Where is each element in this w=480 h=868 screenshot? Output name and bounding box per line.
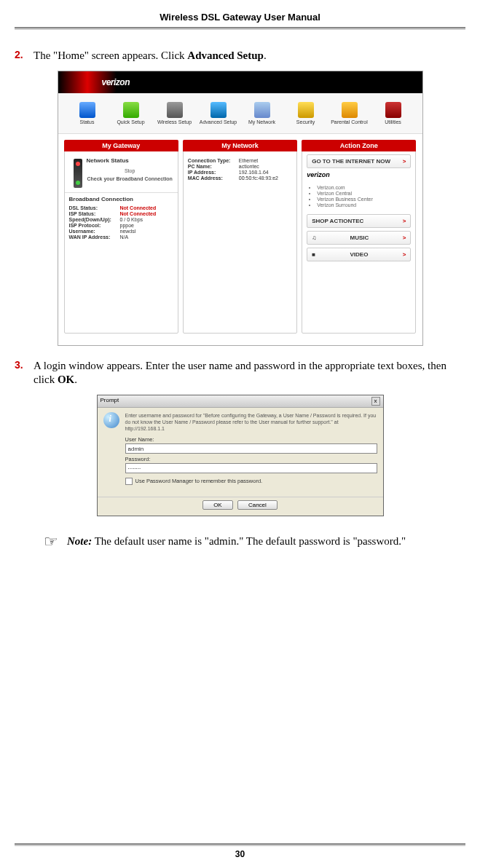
- kv-speed: Speed(Down/Up):0 / 0 Kbps: [69, 217, 173, 222]
- link-business[interactable]: Verizon Business Center: [317, 197, 408, 202]
- nav-label-adv: Advanced Setup: [198, 119, 238, 125]
- kv-v: pppoe: [120, 223, 134, 228]
- kv-k: Username:: [69, 229, 120, 234]
- prompt-title-text: Prompt: [101, 397, 119, 406]
- kv-dsl-status: DSL Status:Not Connected: [69, 205, 173, 210]
- password-label: Password:: [125, 456, 377, 462]
- username-label: User Name:: [125, 436, 377, 443]
- step-3-number: 3.: [15, 359, 34, 387]
- network-status-title: Network Status: [69, 157, 173, 164]
- link-surround[interactable]: Verizon Surround: [317, 202, 408, 208]
- nav-label-util: Utilities: [373, 119, 413, 125]
- step-3: 3. A login window appears. Enter the use…: [15, 359, 465, 387]
- nav-quick-setup[interactable]: Quick Setup: [111, 102, 151, 125]
- info-icon: [103, 412, 119, 428]
- step-2: 2. The "Home" screen appears. Click Adva…: [15, 49, 465, 63]
- utilities-icon: [385, 102, 401, 118]
- step-2-text-b: .: [264, 50, 267, 61]
- wireless-icon: [167, 102, 183, 118]
- video-button[interactable]: ■ VIDEO>: [307, 248, 411, 261]
- kv-k: WAN IP Address:: [69, 234, 120, 240]
- traffic-light-icon: [74, 159, 82, 188]
- parental-icon: [342, 102, 358, 118]
- remember-checkbox[interactable]: [125, 478, 133, 485]
- step-2-text-a: The "Home" screen appears. Click: [34, 50, 187, 61]
- ok-button[interactable]: OK: [202, 500, 233, 510]
- prompt-titlebar: Prompt x: [98, 395, 383, 408]
- col-action-zone: Action Zone GO TO THE INTERNET NOW> veri…: [302, 140, 416, 334]
- arrow-icon: >: [403, 251, 406, 258]
- prompt-message: Enter username and password for "Before …: [125, 412, 377, 432]
- kv-k: IP Address:: [188, 170, 239, 175]
- kv-k: MAC Address:: [188, 175, 239, 181]
- video-label: VIDEO: [350, 251, 368, 258]
- kv-protocol: ISP Protocol:pppoe: [69, 223, 173, 228]
- quick-setup-icon: [123, 102, 139, 118]
- kv-wan-ip: WAN IP Address:N/A: [69, 234, 173, 240]
- nav-label-sec: Security: [286, 119, 326, 125]
- kv-k: ISP Protocol:: [69, 223, 120, 228]
- page-number: 30: [0, 849, 480, 859]
- page-footer: 30: [0, 843, 480, 859]
- username-input[interactable]: admin: [125, 443, 377, 454]
- step-2-bold: Advanced Setup: [187, 50, 264, 61]
- verizon-small-logo: verizon: [307, 171, 411, 178]
- router-home-screenshot: verizon Status Quick Setup Wireless Setu…: [58, 71, 423, 346]
- nav-label-net: My Network: [242, 119, 282, 125]
- arrow-icon: >: [403, 158, 406, 165]
- kv-isp-status: ISP Status:Not Connected: [69, 211, 173, 216]
- kv-k: PC Name:: [188, 164, 239, 169]
- nav-label-wifi: Wireless Setup: [154, 119, 194, 125]
- router-top-bar: verizon: [58, 71, 422, 93]
- link-verizon[interactable]: Verizon.com: [317, 185, 408, 190]
- kv-pc-name: PC Name:actiontec: [188, 164, 292, 169]
- remember-label: Use Password Manager to remember this pa…: [135, 478, 263, 484]
- login-prompt-screenshot: Prompt x Enter username and password for…: [97, 395, 384, 516]
- footer-rule: [15, 843, 465, 846]
- nav-wireless-setup[interactable]: Wireless Setup: [154, 102, 194, 125]
- stop-label: Stop: [69, 167, 173, 175]
- page-header: Wireless DSL Gateway User Manual: [0, 0, 480, 27]
- go-internet-button[interactable]: GO TO THE INTERNET NOW>: [307, 154, 411, 168]
- cancel-button[interactable]: Cancel: [237, 500, 278, 510]
- kv-v: Not Connected: [120, 211, 157, 216]
- remember-row: Use Password Manager to remember this pa…: [125, 478, 377, 485]
- step-3-text: A login window appears. Enter the user n…: [34, 359, 465, 387]
- status-icon: [79, 102, 95, 118]
- kv-username: Username:newdsl: [69, 229, 173, 234]
- nav-my-network[interactable]: My Network: [242, 102, 282, 125]
- nav-utilities[interactable]: Utilities: [373, 102, 413, 125]
- shop-label: SHOP ACTIONTEC: [312, 218, 363, 224]
- verizon-logo: verizon: [102, 77, 130, 87]
- nav-advanced-setup[interactable]: Advanced Setup: [198, 102, 238, 125]
- advanced-icon: [211, 102, 227, 118]
- nav-label-status: Status: [67, 119, 107, 125]
- nav-security[interactable]: Security: [286, 102, 326, 125]
- prompt-buttons: OK Cancel: [98, 497, 383, 516]
- header-rule: [15, 27, 465, 30]
- link-central[interactable]: Verizon Central: [317, 191, 408, 196]
- kv-k: Speed(Down/Up):: [69, 217, 120, 222]
- action-links: Verizon.com Verizon Central Verizon Busi…: [310, 181, 415, 211]
- kv-v: Ethernet: [239, 158, 258, 163]
- kv-k: Connection Type:: [188, 158, 239, 163]
- kv-k: ISP Status:: [69, 211, 120, 216]
- nav-label-par: Parental Control: [329, 119, 369, 125]
- check-connection-label: Check your Broadband Connection: [69, 175, 173, 183]
- music-button[interactable]: ♫ MUSIC>: [307, 231, 411, 245]
- step-2-number: 2.: [15, 49, 34, 63]
- kv-v: actiontec: [239, 164, 259, 169]
- pointing-hand-icon: ☞: [44, 534, 58, 550]
- nav-parental-control[interactable]: Parental Control: [329, 102, 369, 125]
- nav-label-quick: Quick Setup: [111, 119, 151, 125]
- note-bold: Note:: [67, 535, 92, 547]
- shop-button[interactable]: SHOP ACTIONTEC>: [307, 214, 411, 228]
- kv-v: 00:50:fc:48:93:e2: [239, 175, 278, 181]
- nav-status[interactable]: Status: [67, 102, 107, 125]
- kv-v: 192.168.1.64: [239, 170, 269, 175]
- kv-v: Not Connected: [120, 205, 157, 210]
- col-my-gateway: My Gateway Network Status Stop Check you…: [64, 140, 178, 334]
- col-header-action: Action Zone: [302, 140, 416, 151]
- close-icon[interactable]: x: [371, 397, 380, 406]
- password-input[interactable]: ········: [125, 463, 377, 473]
